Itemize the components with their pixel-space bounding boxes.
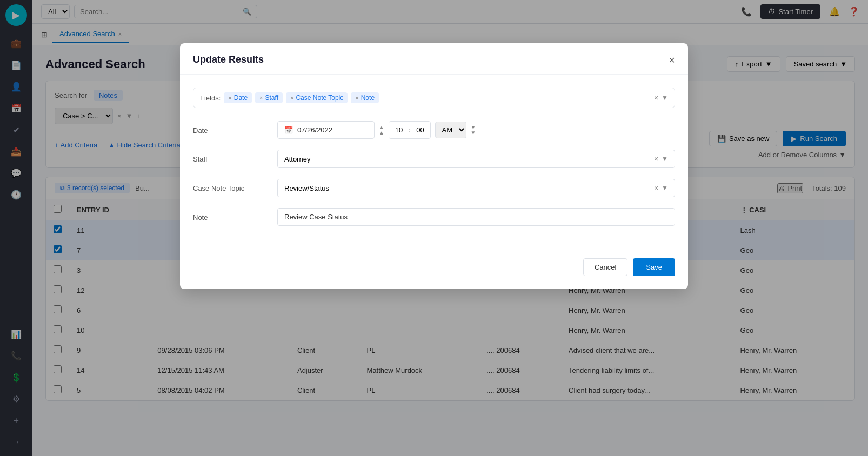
ampm-select[interactable]: AM PM bbox=[435, 122, 466, 138]
field-tag-staff: × Staff bbox=[255, 92, 283, 103]
date-label: Date bbox=[193, 121, 269, 135]
update-results-modal: Update Results × Fields: × Date × Staff … bbox=[180, 43, 688, 289]
modal-title: Update Results bbox=[193, 54, 264, 65]
time-up-arrow: ▲ ▲ bbox=[379, 125, 384, 136]
note-input[interactable] bbox=[277, 208, 675, 226]
field-tag-note-remove[interactable]: × bbox=[355, 95, 358, 101]
staff-form-row: Staff Attorney × ▼ bbox=[193, 150, 675, 168]
modal-footer: Cancel Save bbox=[180, 250, 688, 289]
staff-clear-icon[interactable]: × bbox=[654, 155, 658, 163]
case-note-topic-field: Review/Status × ▼ bbox=[277, 179, 675, 197]
modal-overlay: Update Results × Fields: × Date × Staff … bbox=[0, 0, 868, 456]
min-down-button[interactable]: ▼ bbox=[471, 130, 476, 136]
note-form-row: Note bbox=[193, 208, 675, 226]
time-min-input[interactable] bbox=[411, 122, 430, 138]
fields-row: Fields: × Date × Staff × Case Note Topic… bbox=[193, 88, 675, 108]
case-note-topic-clear-icon[interactable]: × bbox=[654, 184, 658, 192]
modal-header: Update Results × bbox=[180, 43, 688, 75]
time-hour-input[interactable] bbox=[389, 122, 409, 138]
fields-clear-button[interactable]: × bbox=[654, 93, 658, 102]
time-spinner: : bbox=[389, 121, 431, 139]
cancel-button[interactable]: Cancel bbox=[583, 258, 627, 276]
field-tag-topic-remove[interactable]: × bbox=[290, 95, 293, 101]
field-tag-case-note-topic: × Case Note Topic bbox=[286, 92, 348, 103]
staff-label: Staff bbox=[193, 150, 269, 163]
date-time-row: 📅 07/26/2022 ▲ ▲ : AM bbox=[277, 121, 675, 139]
field-tag-staff-remove[interactable]: × bbox=[259, 95, 263, 101]
field-tag-date-remove[interactable]: × bbox=[228, 95, 231, 101]
staff-field: Attorney × ▼ bbox=[277, 150, 675, 168]
staff-dropdown-icon[interactable]: ▼ bbox=[662, 155, 668, 163]
hour-up-button[interactable]: ▲ bbox=[379, 125, 384, 130]
case-note-topic-label: Case Note Topic bbox=[193, 179, 269, 192]
min-up-button[interactable]: ▲ bbox=[379, 130, 384, 136]
date-input[interactable]: 📅 07/26/2022 bbox=[277, 121, 375, 139]
field-tag-date: × Date bbox=[224, 92, 252, 103]
staff-dropdown[interactable]: Attorney × ▼ bbox=[277, 150, 675, 168]
fields-dropdown-icon[interactable]: ▼ bbox=[662, 94, 668, 102]
note-field bbox=[277, 208, 675, 226]
case-note-topic-dropdown-icon[interactable]: ▼ bbox=[662, 184, 668, 192]
note-label: Note bbox=[193, 208, 269, 222]
case-note-topic-dropdown[interactable]: Review/Status × ▼ bbox=[277, 179, 675, 197]
modal-body: Fields: × Date × Staff × Case Note Topic… bbox=[180, 75, 688, 250]
fields-label: Fields: bbox=[200, 94, 221, 102]
date-field: 📅 07/26/2022 ▲ ▲ : AM bbox=[277, 121, 675, 139]
modal-close-button[interactable]: × bbox=[669, 55, 675, 65]
save-button[interactable]: Save bbox=[633, 258, 675, 276]
hour-down-button[interactable]: ▼ bbox=[471, 125, 476, 130]
time-down-arrows: ▼ ▼ bbox=[471, 125, 476, 136]
date-form-row: Date 📅 07/26/2022 ▲ ▲ : bbox=[193, 121, 675, 139]
case-note-topic-form-row: Case Note Topic Review/Status × ▼ bbox=[193, 179, 675, 197]
calendar-icon: 📅 bbox=[284, 126, 293, 134]
field-tag-note: × Note bbox=[351, 92, 379, 103]
